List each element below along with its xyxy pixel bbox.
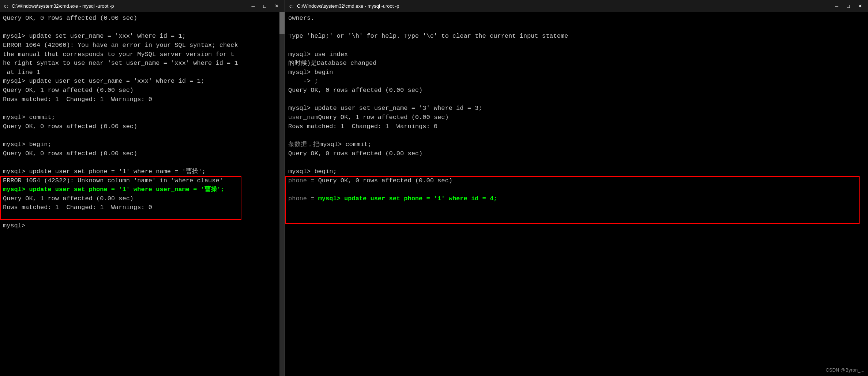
right-terminal-content: owners. Type 'help;' or '\h' for help. T… xyxy=(288,14,865,203)
left-title-bar: C:\ C:\Windows\system32\cmd.exe - mysql … xyxy=(0,0,285,12)
left-title-text: C:\Windows\system32\cmd.exe - mysql -uro… xyxy=(12,3,114,9)
left-terminal-body: Query OK, 0 rows affected (0.00 sec) mys… xyxy=(0,12,285,376)
watermark: CSDN @Byron_... xyxy=(826,367,864,374)
left-maximize-btn[interactable]: □ xyxy=(260,2,270,10)
right-terminal-body: owners. Type 'help;' or '\h' for help. T… xyxy=(285,12,868,376)
left-minimize-btn[interactable]: ─ xyxy=(248,2,258,10)
right-close-btn[interactable]: ✕ xyxy=(855,2,865,10)
right-minimize-btn[interactable]: ─ xyxy=(831,2,842,10)
left-scrollbar[interactable] xyxy=(279,12,285,376)
right-title-bar: C:\ C:\Windows\system32\cmd.exe - mysql … xyxy=(285,0,868,12)
right-terminal-window: C:\ C:\Windows\system32\cmd.exe - mysql … xyxy=(285,0,868,376)
right-maximize-btn[interactable]: □ xyxy=(843,2,853,10)
right-window-controls: ─ □ ✕ xyxy=(831,2,865,10)
left-close-btn[interactable]: ✕ xyxy=(271,2,282,10)
left-scrollbar-thumb[interactable] xyxy=(279,12,285,34)
left-terminal-window: C:\ C:\Windows\system32\cmd.exe - mysql … xyxy=(0,0,285,376)
right-cmd-icon: C:\ xyxy=(288,3,295,9)
svg-text:C:\: C:\ xyxy=(4,4,9,9)
right-title-text: C:\Windows\system32\cmd.exe - mysql -uro… xyxy=(297,3,399,9)
left-cmd-icon: C:\ xyxy=(3,3,10,9)
left-terminal-content: Query OK, 0 rows affected (0.00 sec) mys… xyxy=(3,14,282,230)
left-window-controls: ─ □ ✕ xyxy=(248,2,282,10)
svg-text:C:\: C:\ xyxy=(289,4,294,9)
